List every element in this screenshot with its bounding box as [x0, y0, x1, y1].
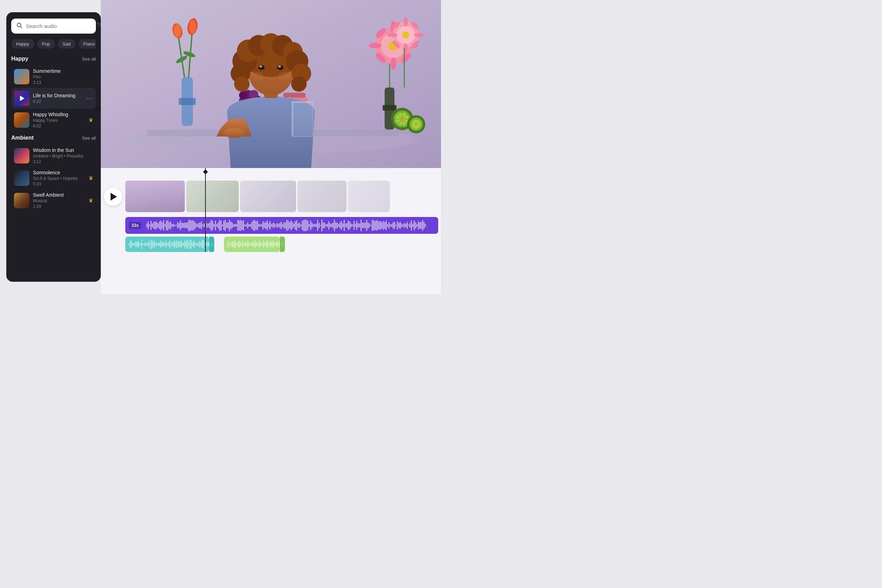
chip-sad[interactable]: Sad — [58, 39, 76, 49]
waveform-teal — [125, 237, 209, 252]
trim-line-2 — [211, 244, 213, 244]
svg-point-86 — [291, 76, 307, 92]
trim-line-3 — [211, 246, 213, 246]
track-genre-wisdom: Ambient • Bright • Peaceful — [33, 154, 93, 159]
track-duration-swell: 1:29 — [33, 204, 85, 209]
svg-rect-11 — [179, 98, 196, 105]
trim-line-1 — [211, 243, 213, 243]
svg-point-72 — [415, 123, 417, 126]
svg-point-68 — [400, 117, 404, 121]
green-trim-grip — [282, 243, 283, 246]
chip-pop[interactable]: Pop — [37, 39, 55, 49]
svg-point-92 — [250, 72, 263, 79]
track-somnolence[interactable]: Somnolence Sci-fi & Space • Hopeful 5:03… — [11, 167, 96, 189]
track-duration-whistling: 6:02 — [33, 123, 85, 129]
audio-track-green[interactable] — [224, 237, 280, 252]
track-name-wisdom: Wisdom in the Sun — [33, 147, 93, 153]
track-happy-whistling[interactable]: Happy Whistling Happy Tunes 6:02 ♛ — [11, 109, 96, 131]
video-preview — [101, 0, 441, 168]
timeline-content: 22s — [101, 178, 441, 252]
track-swell[interactable]: Swell Ambient Musical 1:29 ♛ — [11, 189, 96, 212]
chip-piano[interactable]: Piano — [78, 39, 96, 49]
track-wisdom[interactable]: Wisdom in the Sun Ambient • Bright • Pea… — [11, 144, 96, 167]
timeline-play-button[interactable] — [104, 188, 122, 206]
section-title-ambient: Ambient — [11, 135, 34, 141]
video-strip — [125, 181, 441, 212]
track-info-swell: Swell Ambient Musical 1:29 — [33, 192, 85, 209]
track-name-life: Life is for Dreaming — [33, 93, 82, 98]
track-duration-wisdom: 3:12 — [33, 159, 93, 164]
search-bar[interactable] — [11, 18, 96, 34]
svg-point-87 — [224, 128, 244, 138]
teal-trim-handle[interactable] — [209, 237, 214, 252]
svg-point-39 — [387, 33, 397, 37]
play-button-wrap — [101, 178, 125, 206]
track-thumb-summertime — [14, 69, 29, 84]
track-name-swell: Swell Ambient — [33, 192, 85, 198]
see-all-happy[interactable]: See all — [82, 56, 96, 62]
track-info-summertime: Summertime Film 3:13 — [33, 68, 93, 85]
track-name-somnolence: Somnolence — [33, 170, 85, 176]
svg-point-26 — [391, 57, 396, 70]
green-trim-line-3 — [282, 246, 283, 246]
chip-happy[interactable]: Happy — [11, 39, 34, 49]
track-name-whistling: Happy Whistling — [33, 112, 85, 117]
premium-badge-swell: ♛ — [88, 197, 93, 204]
track-summertime[interactable]: Summertime Film 3:13 — [11, 66, 96, 88]
audio-panel: Happy Pop Sad Piano Jazz Bi▶ Happy See a… — [6, 12, 101, 282]
track-duration-life: 0:22 — [33, 99, 82, 104]
svg-rect-59 — [283, 93, 306, 98]
svg-point-54 — [239, 91, 248, 99]
bottom-tracks-row — [125, 237, 441, 252]
svg-point-93 — [279, 72, 291, 79]
track-duration-somnolence: 5:03 — [33, 182, 85, 186]
svg-point-40 — [414, 33, 424, 37]
waveform-purple — [125, 217, 438, 234]
scene-illustration — [101, 0, 441, 168]
svg-point-27 — [369, 43, 381, 48]
green-trim-line-2 — [282, 244, 283, 244]
video-thumb-3 — [240, 181, 296, 212]
svg-line-1 — [20, 26, 22, 28]
section-title-happy: Happy — [11, 56, 28, 62]
timeline-top — [101, 168, 441, 178]
track-thumb-swell — [14, 193, 29, 208]
premium-badge-whistling: ♛ — [88, 117, 93, 123]
green-trim-handle[interactable] — [280, 237, 285, 252]
svg-point-36 — [402, 32, 409, 39]
cursor-hand: ☞ — [97, 105, 101, 114]
track-more-button[interactable]: ⋯ — [86, 94, 93, 102]
video-thumb-1 — [125, 181, 185, 212]
video-thumb-5 — [348, 181, 390, 212]
track-info-whistling: Happy Whistling Happy Tunes 6:02 — [33, 112, 85, 129]
filter-icon[interactable] — [96, 22, 101, 30]
track-genre-swell: Musical — [33, 198, 85, 203]
svg-point-14 — [174, 24, 181, 37]
playhead-marker — [205, 168, 206, 178]
audio-track-teal[interactable] — [125, 237, 209, 252]
svg-rect-21 — [382, 105, 396, 111]
track-life-dreaming[interactable]: Life is for Dreaming 0:22 ⋯ ☞ — [11, 88, 96, 109]
track-thumb-life — [14, 91, 29, 106]
track-info-somnolence: Somnolence Sci-fi & Space • Hopeful 5:03 — [33, 170, 85, 186]
tracks-playhead-line — [205, 178, 206, 252]
track-info-life: Life is for Dreaming 0:22 — [33, 93, 82, 104]
svg-point-17 — [189, 20, 196, 34]
track-info-wisdom: Wisdom in the Sun Ambient • Bright • Pea… — [33, 147, 93, 164]
trim-handle-grip — [211, 243, 213, 246]
track-thumb-whistling — [14, 112, 29, 128]
svg-point-91 — [278, 66, 281, 68]
svg-point-84 — [234, 76, 249, 92]
svg-point-37 — [404, 17, 408, 27]
see-all-ambient[interactable]: See all — [82, 135, 96, 141]
waveform-green — [224, 237, 280, 252]
track-thumb-somnolence — [14, 171, 29, 186]
track-genre-somnolence: Sci-fi & Space • Hopeful — [33, 176, 85, 181]
playhead-diamond — [203, 170, 208, 174]
audio-track-purple[interactable]: 22s — [125, 217, 438, 234]
premium-badge-somnolence: ♛ — [88, 175, 93, 181]
search-icon — [16, 22, 22, 30]
track-genre-summertime: Film — [33, 75, 93, 80]
search-input[interactable] — [26, 23, 92, 29]
track-name-summertime: Summertime — [33, 68, 93, 74]
